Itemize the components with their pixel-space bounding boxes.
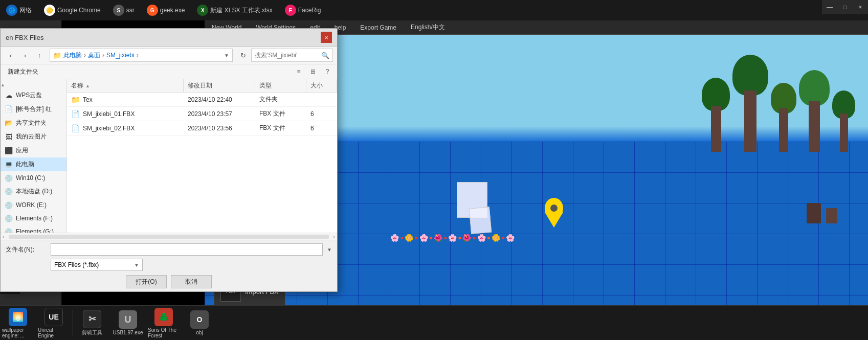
menu-language[interactable]: English/中文	[404, 20, 452, 34]
nav-elements-f[interactable]: 💿 Elements (F:)	[1, 212, 66, 225]
open-button[interactable]: 打开(O)	[126, 275, 167, 288]
taskbar-network[interactable]: 🌐 网络	[0, 0, 38, 20]
flower-6: ●	[429, 234, 433, 241]
scissors-label: 剪辑工具	[82, 329, 102, 336]
horizontal-scrollbar[interactable]: ‹ ›	[1, 233, 337, 240]
new-folder-button[interactable]: 新建文件夹	[5, 66, 41, 77]
col-modified[interactable]: 修改日期	[184, 79, 255, 92]
nav-local-d[interactable]: 💿 本地磁盘 (D:)	[1, 185, 66, 198]
nav-elements-g-label: Elements (G:)	[16, 228, 54, 233]
nav-win10c-label: Win10 (C:)	[16, 174, 45, 182]
search-box[interactable]: 🔍	[251, 49, 333, 62]
file-name-text-fbx02: SM_jixiebi_02.FBX	[83, 125, 135, 132]
nav-merge-icon: 📄	[5, 105, 13, 114]
help-button[interactable]: ?	[322, 66, 333, 77]
file-list-area: 名称 ▲ 修改日期 类型 大小 📁 Tex 2023/4	[67, 79, 337, 233]
col-modified-label: 修改日期	[188, 81, 212, 90]
back-button[interactable]: ‹	[5, 49, 17, 61]
nav-wps-cloud[interactable]: ☁ WPS云盘	[1, 88, 66, 102]
file-size-tex	[306, 93, 337, 106]
ssr-icon: S	[113, 5, 124, 16]
face-icon: F	[285, 5, 296, 16]
nav-shared[interactable]: 📂 共享文件夹	[1, 116, 66, 130]
taskbar-obj[interactable]: O obj	[182, 308, 217, 337]
nav-my-images[interactable]: 🖼 我的云图片	[1, 130, 66, 144]
sons-icon: 🌲	[154, 308, 173, 326]
breadcrumb-desktop[interactable]: 桌面	[87, 51, 101, 60]
taskbar-sons[interactable]: 🌲 Sons Of The Forest	[146, 306, 182, 341]
nav-apps-icon: ⬛	[5, 147, 13, 155]
cancel-button[interactable]: 取消	[171, 275, 212, 288]
close-button-main[interactable]: ×	[853, 0, 868, 14]
taskbar-divider-1	[73, 310, 73, 336]
forward-button[interactable]: ›	[19, 49, 31, 61]
nav-local-d-icon: 💿	[5, 188, 13, 196]
taskbar-ssr-label: ssr	[126, 7, 135, 14]
nav-this-pc[interactable]: 💻 此电脑	[1, 157, 66, 171]
filename-dropdown-icon[interactable]: ▼	[327, 247, 332, 253]
search-icon: 🔍	[321, 52, 329, 59]
scroll-left-btn[interactable]: ‹	[1, 234, 7, 240]
view-list-button[interactable]: ≡	[293, 66, 304, 77]
search-input[interactable]	[255, 52, 319, 59]
col-name[interactable]: 名称 ▲	[67, 79, 184, 92]
file-row-fbx02[interactable]: 📄 SM_jixiebi_02.FBX 2023/4/10 23:56 FBX …	[67, 121, 337, 135]
taskbar-ssr[interactable]: S ssr	[107, 0, 141, 20]
unreal-label: Unreal Engine	[38, 327, 70, 338]
filetype-dropdown[interactable]: FBX Files (*.fbx) ▼	[51, 259, 143, 271]
network-icon: 🌐	[6, 5, 17, 16]
file-row-tex[interactable]: 📁 Tex 2023/4/10 22:40 文件夹	[67, 93, 337, 107]
refresh-button[interactable]: ↻	[237, 49, 249, 61]
maximize-button[interactable]: □	[837, 0, 853, 14]
taskbar-xlsx[interactable]: X 新建 XLSX 工作表.xlsx	[191, 0, 278, 20]
taskbar-face-label: FaceRig	[298, 7, 321, 14]
nav-collapse-icon[interactable]: ▲	[1, 82, 5, 87]
breadcrumb-bar[interactable]: 📁 此电脑 › 桌面 › SM_jixiebi › ▼	[50, 49, 233, 62]
file-modified-tex: 2023/4/10 22:40	[184, 93, 255, 106]
filename-label: 文件名(N):	[6, 245, 47, 254]
nav-apps[interactable]: ⬛ 应用	[1, 144, 66, 157]
nav-work-e[interactable]: 💿 WORK (E:)	[1, 198, 66, 212]
usb-label: USB1.97.exe	[113, 330, 143, 335]
filename-input[interactable]	[51, 243, 323, 256]
flower-9: 🌸	[448, 234, 457, 242]
breadcrumb-expand-icon[interactable]: ▼	[224, 53, 229, 58]
taskbar-usb[interactable]: U USB1.97.exe	[110, 308, 146, 337]
tree-3	[771, 83, 796, 152]
taskbar-face[interactable]: F FaceRig	[279, 0, 327, 20]
file-row-fbx01[interactable]: 📄 SM_jixiebi_01.FBX 2023/4/10 23:57 FBX …	[67, 107, 337, 121]
dialog-body: ▲ ☁ WPS云盘 📄 [帐号合并] 红 📂 共享文件夹 🖼 我的云图片 ⬛ 应…	[1, 79, 337, 233]
nav-this-pc-label: 此电脑	[16, 160, 34, 169]
col-type[interactable]: 类型	[255, 79, 306, 92]
nav-my-images-label: 我的云图片	[16, 132, 47, 141]
stump-1	[807, 203, 821, 223]
up-button[interactable]: ↑	[33, 49, 46, 61]
breadcrumb-folder[interactable]: SM_jixiebi	[105, 52, 136, 59]
filetype-chevron-icon: ▼	[134, 262, 139, 268]
taskbar-geek-label: geek.exe	[160, 7, 185, 14]
taskbar-unreal[interactable]: UE Unreal Engine	[36, 306, 72, 341]
menu-export-game[interactable]: Export Game	[353, 20, 404, 34]
dialog-close-button[interactable]: ×	[321, 32, 332, 43]
col-size[interactable]: 大小	[306, 79, 337, 92]
nav-apps-label: 应用	[16, 146, 28, 155]
view-detail-button[interactable]: ⊞	[307, 66, 319, 77]
minimize-button[interactable]: —	[822, 0, 837, 14]
taskbar-chrome[interactable]: 🟡 Google Chrome	[38, 0, 107, 20]
flower-14: ●	[487, 234, 491, 241]
taskbar-wallpaper[interactable]: 🌅 wallpaper engine: ...	[0, 306, 36, 341]
file-name-tex: 📁 Tex	[67, 93, 184, 106]
nav-elements-g[interactable]: 💿 Elements (G:)	[1, 225, 66, 233]
nav-win10c[interactable]: 💿 Win10 (C:)	[1, 171, 66, 185]
svg-marker-2	[545, 212, 563, 228]
taskbar-scissors[interactable]: ✂ 剪辑工具	[74, 308, 110, 338]
breadcrumb-pc[interactable]: 此电脑	[62, 51, 83, 60]
nav-my-images-icon: 🖼	[5, 133, 13, 141]
scroll-right-btn[interactable]: ›	[331, 234, 337, 240]
unreal-icon: UE	[44, 308, 63, 326]
scrollbar-track[interactable]	[9, 235, 329, 239]
nav-elements-f-label: Elements (F:)	[16, 215, 53, 222]
taskbar-geek[interactable]: G geek.exe	[141, 0, 191, 20]
file-icon-fbx02: 📄	[71, 124, 80, 132]
nav-merge[interactable]: 📄 [帐号合并] 红	[1, 102, 66, 116]
